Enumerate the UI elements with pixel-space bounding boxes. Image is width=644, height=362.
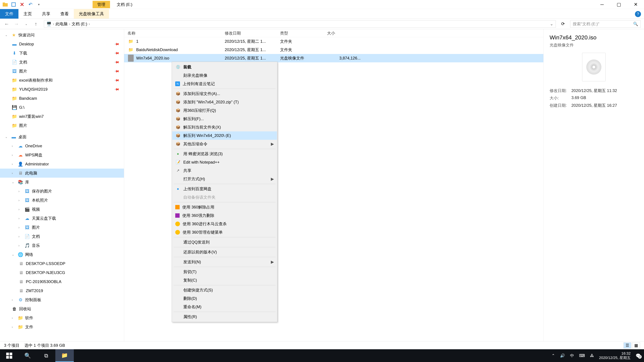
tab-file[interactable]: 文件 (0, 9, 18, 18)
menu-item[interactable]: 📝Edit with Notepad++ (172, 158, 277, 166)
menu-item[interactable]: 📦添加到压缩文件(A)... (172, 89, 277, 98)
menu-item[interactable]: 📦解压到当前文件夹(X) (172, 123, 277, 131)
tree-libraries[interactable]: ⌄📚库 (0, 178, 124, 187)
menu-item[interactable]: 复制(C) (172, 276, 277, 284)
tree-docs-lib[interactable]: ›📄文档 (0, 232, 124, 241)
menu-item[interactable]: 使用 360管理右键菜单 (172, 228, 277, 237)
start-button[interactable] (0, 349, 18, 362)
view-details-button[interactable]: ☰ (624, 343, 631, 349)
menu-item[interactable]: 💿装载 (172, 63, 277, 71)
menu-item[interactable]: 使用 360进行木马云查杀 (172, 220, 277, 228)
col-date[interactable]: 修改日期 (225, 30, 280, 36)
task-view-button[interactable]: ⧉ (37, 349, 55, 362)
explorer-taskbar-icon[interactable]: 📁 (55, 349, 74, 362)
tray-chevron-icon[interactable]: ⌃ (552, 353, 555, 358)
tree-saved-pics[interactable]: ›🖼保存的图片 (0, 187, 124, 196)
menu-item[interactable]: ●用 蜂蜜浏览器 浏览(3) (172, 150, 277, 158)
tree-gdrive[interactable]: 💾G:\ (0, 103, 124, 112)
menu-item[interactable]: 📦其他压缩命令▶ (172, 140, 277, 148)
tree-onedrive[interactable]: ›☁OneDrive (0, 141, 124, 150)
tree-recycle[interactable]: 🗑回收站 (0, 304, 124, 313)
view-icons-button[interactable]: ▦ (632, 343, 640, 349)
tree-downloads[interactable]: ⬇下载📌 (0, 49, 124, 58)
menu-item[interactable]: 创建快捷方式(S) (172, 286, 277, 294)
tray-volume-icon[interactable]: 🔊 (560, 353, 565, 358)
menu-item[interactable]: 使用 360强力删除 (172, 211, 277, 220)
tree-pictures-lib[interactable]: ›🖼图片 (0, 223, 124, 232)
tree-network[interactable]: ⌄🌐网络 (0, 250, 124, 259)
tray-clock[interactable]: 16:32 2020/12/25, 星期五 (599, 351, 630, 360)
tree-win7reinstall[interactable]: 📁win7重装win7 (0, 112, 124, 121)
tree-quick-access[interactable]: ⌄★快速访问 (0, 30, 124, 39)
menu-item[interactable]: 发送到(N)▶ (172, 258, 277, 266)
recent-dropdown[interactable]: ⌄ (23, 22, 30, 26)
tree-desktop-root[interactable]: ⌄▬桌面 (0, 132, 124, 141)
file-row[interactable]: 📁12020/12/15, 星期二 1...文件夹 (124, 37, 544, 45)
col-size[interactable]: 大小 (327, 30, 364, 36)
file-row[interactable]: 📁BaiduNetdiskDownload2020/12/25, 星期五 1..… (124, 45, 544, 54)
tray-keyboard-icon[interactable]: ⌨ (579, 353, 585, 358)
tree-wps[interactable]: ›☁WPS网盘 (0, 150, 124, 160)
menu-item[interactable]: ●上传到百度网盘 (172, 185, 277, 193)
menu-item[interactable]: 📦解压到 Win7x64_2020\ (E) (172, 131, 277, 140)
tree-files[interactable]: ›📁文件 (0, 323, 124, 332)
tray-notifications-icon[interactable]: 💬3 (636, 353, 641, 358)
menu-item[interactable]: 打开方式(H)▶ (172, 175, 277, 183)
minimize-button[interactable]: ─ (594, 0, 610, 9)
tree-pictures2[interactable]: 📁图片 (0, 121, 124, 130)
col-type[interactable]: 类型 (280, 30, 327, 36)
tab-iso-tools[interactable]: 光盘映像工具 (74, 9, 109, 18)
menu-item[interactable]: 属性(R) (172, 313, 277, 321)
menu-item[interactable]: 📦解压到(F)... (172, 115, 277, 123)
menu-item[interactable]: N上传到有道云笔记 (172, 80, 277, 88)
breadcrumb-loc[interactable]: 文档 (E:) (72, 21, 87, 27)
tray-network-icon[interactable]: 🖧 (590, 353, 594, 358)
tree-pc2[interactable]: 🖥DESKTOP-NJEU3CG (0, 268, 124, 277)
back-button[interactable]: ← (3, 21, 10, 27)
menu-item[interactable]: 使用 360解除占用 (172, 203, 277, 211)
menu-item[interactable]: 通过QQ发送到 (172, 238, 277, 246)
tree-music-lib[interactable]: ›🎵音乐 (0, 241, 124, 250)
tree-excel[interactable]: 📁excel表格制作求和📌 (0, 76, 124, 85)
menu-item[interactable]: 📦添加到 "Win7x64_2020.zip" (T) (172, 98, 277, 106)
up-button[interactable]: ↑ (32, 21, 39, 27)
tree-admin[interactable]: ›👤Administrator (0, 160, 124, 169)
tree-software[interactable]: ›📁软件 (0, 313, 124, 323)
breadcrumb[interactable]: 🖥️ › 此电脑 › 文档 (E:) › ⌄ (44, 20, 556, 28)
col-name[interactable]: 名称 (128, 30, 225, 36)
undo-icon[interactable]: ↶ (27, 1, 34, 8)
close-button[interactable]: ✕ (627, 0, 644, 9)
maximize-button[interactable]: ▢ (610, 0, 627, 9)
breadcrumb-root[interactable]: 此电脑 (56, 21, 68, 27)
tab-share[interactable]: 共享 (37, 9, 55, 18)
tree-videos[interactable]: ›🎬视频 (0, 205, 124, 214)
folder-icon[interactable] (2, 1, 9, 8)
search-input[interactable]: 搜索"文档 (E:)" 🔍 (570, 20, 641, 28)
tab-view[interactable]: 查看 (55, 9, 74, 18)
tree-bandicam[interactable]: 📁Bandicam (0, 94, 124, 103)
refresh-button[interactable]: ⟳ (559, 21, 567, 26)
help-icon[interactable]: ? (635, 11, 641, 17)
tree-pc1[interactable]: 🖥DESKTOP-LSSOEDP (0, 259, 124, 268)
menu-item[interactable]: 剪切(T) (172, 268, 277, 276)
menu-item[interactable]: 刻录光盘映像 (172, 71, 277, 80)
tree-control-panel[interactable]: ›⚙控制面板 (0, 295, 124, 304)
tree-yunqishi[interactable]: 📁YUNQISHI2019📌 (0, 85, 124, 94)
tree-pictures[interactable]: 🖼图片📌 (0, 67, 124, 76)
forward-button[interactable]: → (13, 21, 20, 27)
tray-ime[interactable]: 中 (570, 353, 574, 358)
tree-pc4[interactable]: 🖥ZMT2019 (0, 286, 124, 295)
tab-home[interactable]: 主页 (18, 9, 37, 18)
tree-camera-roll[interactable]: ›🖼本机照片 (0, 196, 124, 205)
menu-item[interactable]: ↗共享 (172, 166, 277, 175)
properties-icon[interactable] (10, 1, 17, 8)
tree-this-pc[interactable]: ›🖥此电脑 (0, 169, 124, 178)
qat-dropdown-icon[interactable]: ▾ (35, 1, 42, 8)
tree-pc3[interactable]: 🖥PC-20190530OBLA (0, 277, 124, 286)
tree-desktop[interactable]: ▬Desktop📌 (0, 39, 124, 49)
menu-item[interactable]: 重命名(M) (172, 303, 277, 311)
menu-item[interactable]: 还原以前的版本(V) (172, 248, 277, 256)
delete-icon[interactable]: ✕ (18, 1, 26, 8)
tree-documents[interactable]: 📄文档📌 (0, 58, 124, 67)
file-row[interactable]: Win7x64_2020.iso2020/12/25, 星期五 1...光盘映像… (124, 54, 544, 62)
